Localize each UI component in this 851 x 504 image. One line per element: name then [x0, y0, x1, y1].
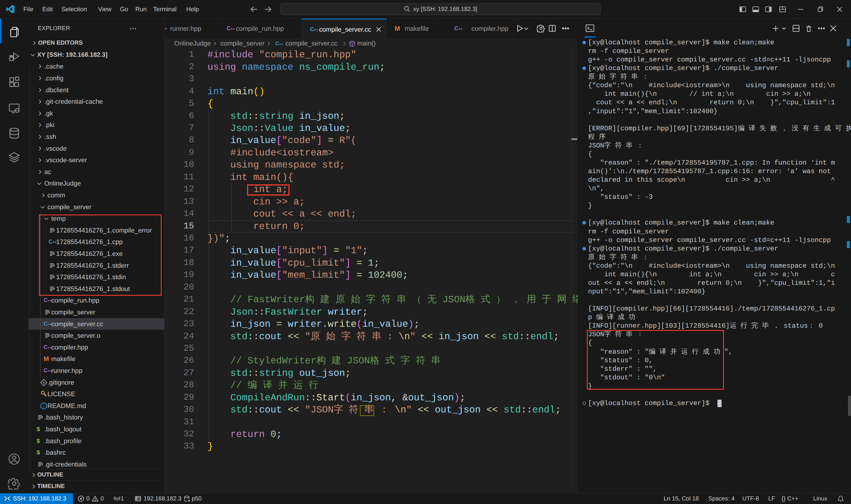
- svg-text:i: i: [43, 403, 44, 408]
